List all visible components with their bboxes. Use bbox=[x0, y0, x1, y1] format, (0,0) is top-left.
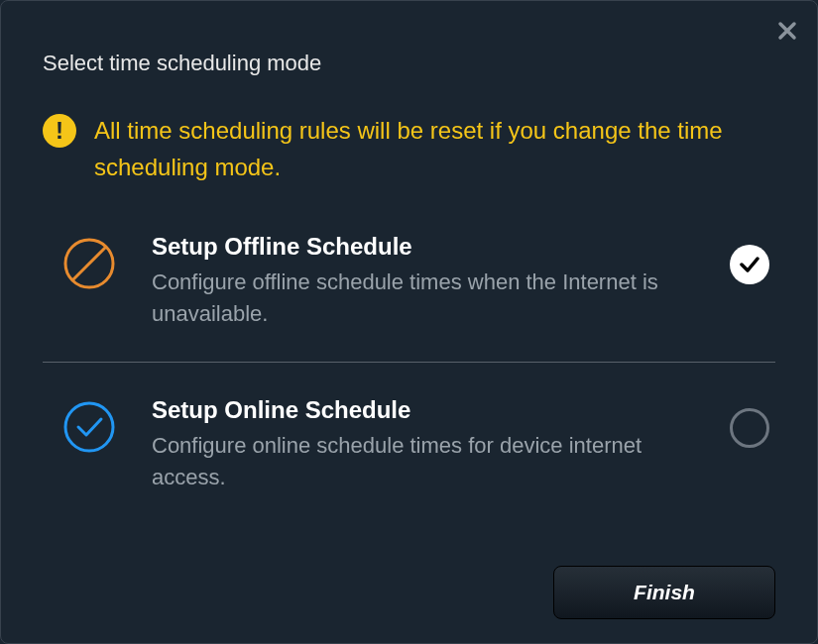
radio-unselected-icon bbox=[730, 408, 769, 448]
option-offline-title: Setup Offline Schedule bbox=[152, 233, 694, 261]
svg-point-2 bbox=[65, 403, 113, 451]
option-online-text: Setup Online Schedule Configure online s… bbox=[152, 396, 694, 493]
scheduling-mode-dialog: Select time scheduling mode ! All time s… bbox=[0, 0, 818, 644]
prohibit-icon bbox=[62, 237, 116, 290]
option-offline-radio[interactable] bbox=[730, 245, 769, 284]
close-icon bbox=[777, 21, 797, 41]
warning-row: ! All time scheduling rules will be rese… bbox=[43, 112, 775, 185]
svg-line-1 bbox=[72, 247, 106, 280]
option-offline-text: Setup Offline Schedule Configure offline… bbox=[152, 233, 694, 330]
finish-button[interactable]: Finish bbox=[553, 566, 775, 619]
check-circle-icon bbox=[62, 400, 116, 454]
dialog-title: Select time scheduling mode bbox=[43, 51, 775, 76]
option-offline-schedule[interactable]: Setup Offline Schedule Configure offline… bbox=[43, 233, 775, 330]
option-online-schedule[interactable]: Setup Online Schedule Configure online s… bbox=[43, 396, 775, 493]
warning-icon: ! bbox=[43, 114, 76, 148]
option-online-title: Setup Online Schedule bbox=[152, 396, 694, 424]
option-online-desc: Configure online schedule times for devi… bbox=[152, 430, 694, 493]
divider bbox=[43, 362, 775, 363]
dialog-footer: Finish bbox=[553, 566, 775, 619]
close-button[interactable] bbox=[773, 17, 801, 45]
radio-selected-icon bbox=[730, 245, 769, 284]
option-offline-desc: Configure offline schedule times when th… bbox=[152, 267, 694, 330]
warning-text: All time scheduling rules will be reset … bbox=[94, 112, 775, 185]
option-online-radio[interactable] bbox=[730, 408, 769, 448]
